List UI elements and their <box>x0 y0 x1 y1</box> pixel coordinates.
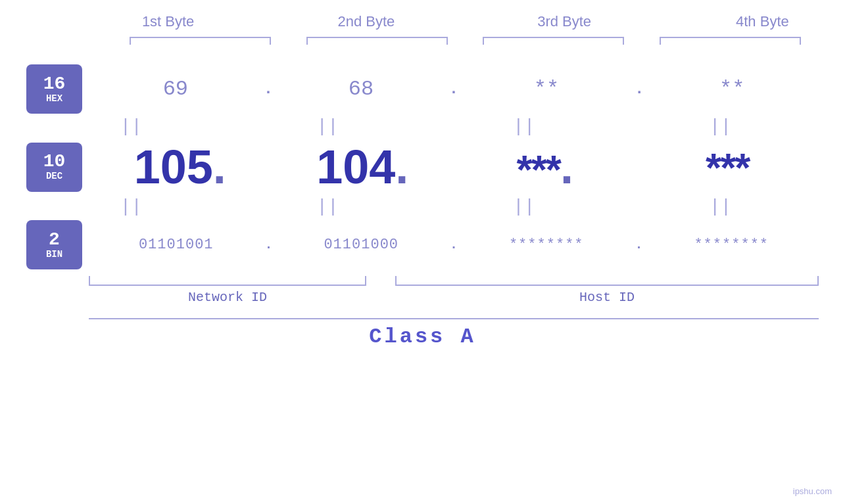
bracket-top-2 <box>306 37 448 45</box>
byte-headers-row: 1st Byte 2nd Byte 3rd Byte 4th Byte <box>69 13 845 30</box>
bin-row: 2 BIN 01101001 . 01101000 . ******** . *… <box>26 220 819 269</box>
dec-byte-2: 104. <box>272 140 454 194</box>
byte-header-1: 1st Byte <box>69 13 267 30</box>
byte-header-3: 3rd Byte <box>466 13 664 30</box>
dec-byte-3: ***. <box>454 140 637 194</box>
hex-dot-1: . <box>262 81 274 97</box>
network-id-label: Network ID <box>89 290 366 305</box>
dec-val-4: *** <box>706 145 749 190</box>
eq-1-1: || <box>33 118 229 136</box>
eq-1-2: || <box>229 118 426 136</box>
host-bracket <box>395 276 819 286</box>
dec-row: 10 DEC 105. 104. ***. *** <box>26 140 819 194</box>
top-bracket-3 <box>466 37 642 45</box>
dec-badge: 10 DEC <box>26 143 82 192</box>
bracket-top-3 <box>483 37 624 45</box>
byte-header-4: 4th Byte <box>664 13 845 30</box>
dec-val-2: 104 <box>316 141 395 193</box>
hex-val-1: 69 <box>163 77 188 101</box>
network-bracket <box>89 276 366 286</box>
hex-badge-label: HEX <box>46 93 62 104</box>
equals-row-2: || || || || <box>26 195 819 219</box>
bracket-top-1 <box>130 37 271 45</box>
hex-byte-4: ** <box>645 77 819 101</box>
bin-byte-3: ******** <box>459 237 633 253</box>
bin-val-2: 01101000 <box>324 237 398 253</box>
eq-2-2: || <box>229 198 426 216</box>
class-bracket <box>89 314 819 319</box>
hex-row: 16 HEX 69 . 68 . ** . ** <box>26 64 819 114</box>
bin-badge-label: BIN <box>46 249 62 260</box>
top-brackets <box>112 37 819 45</box>
eq-2-1: || <box>33 198 229 216</box>
label-gap <box>366 290 395 305</box>
dec-byte-1: 105. <box>89 140 272 194</box>
bin-badge-num: 2 <box>49 231 60 249</box>
hex-byte-2: 68 <box>274 77 448 101</box>
bottom-brackets-area: Network ID Host ID <box>89 276 819 305</box>
class-label: Class A <box>26 325 819 349</box>
hex-val-2: 68 <box>349 77 374 101</box>
hex-byte-3: ** <box>460 77 633 101</box>
dec-dot-inline-2: . <box>395 141 408 193</box>
hex-badge: 16 HEX <box>26 64 82 114</box>
hex-values: 69 . 68 . ** . ** <box>89 77 819 101</box>
hex-val-4: ** <box>719 77 744 101</box>
dec-val-1: 105 <box>134 141 213 193</box>
bracket-top-4 <box>660 37 801 45</box>
bin-dot-3: . <box>633 239 644 252</box>
bin-dot-1: . <box>263 239 274 252</box>
equals-row-1: || || || || <box>26 115 819 139</box>
bin-values: 01101001 . 01101000 . ******** . *******… <box>89 237 819 253</box>
watermark: ipshu.com <box>793 486 832 496</box>
dec-values: 105. 104. ***. *** <box>89 140 819 194</box>
bottom-bracket-line <box>89 276 819 286</box>
dec-dot-inline-1: . <box>213 141 226 193</box>
bin-val-4: ******** <box>694 237 769 253</box>
main-container: 1st Byte 2nd Byte 3rd Byte 4th Byte 16 H… <box>0 0 845 504</box>
dec-dot-inline-3: . <box>560 141 573 193</box>
bin-dot-2: . <box>448 239 459 252</box>
host-id-label: Host ID <box>395 290 819 305</box>
bracket-gap <box>366 276 395 286</box>
dec-badge-num: 10 <box>43 152 66 171</box>
eq-1-3: || <box>426 118 623 136</box>
bin-byte-1: 01101001 <box>89 237 263 253</box>
hex-val-3: ** <box>534 77 559 101</box>
byte-header-2: 2nd Byte <box>267 13 465 30</box>
hex-badge-num: 16 <box>43 75 66 93</box>
top-bracket-1 <box>112 37 289 45</box>
bin-badge: 2 BIN <box>26 220 82 269</box>
dec-badge-label: DEC <box>46 171 62 181</box>
bin-byte-2: 01101000 <box>274 237 448 253</box>
id-label-row: Network ID Host ID <box>89 290 819 305</box>
dec-byte-4: *** <box>637 144 819 191</box>
hex-dot-3: . <box>633 81 645 97</box>
top-bracket-2 <box>289 37 466 45</box>
eq-2-3: || <box>426 198 623 216</box>
eq-2-4: || <box>622 198 819 216</box>
dec-val-3: *** <box>517 147 560 192</box>
eq-1-4: || <box>622 118 819 136</box>
bin-val-1: 01101001 <box>139 237 214 253</box>
hex-byte-1: 69 <box>89 77 262 101</box>
bin-val-3: ******** <box>509 237 584 253</box>
bin-byte-4: ******** <box>644 237 819 253</box>
hex-dot-2: . <box>448 81 460 97</box>
top-bracket-4 <box>642 37 819 45</box>
